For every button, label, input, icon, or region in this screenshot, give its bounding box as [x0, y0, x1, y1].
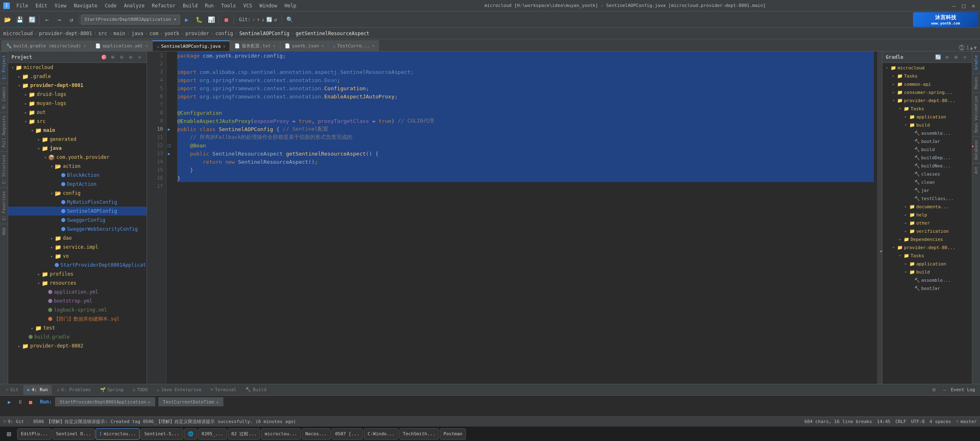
tree-provider-8002[interactable]: ▸ 📁 provider-dept-8002: [8, 341, 147, 350]
tree-logback-xml[interactable]: ▸ logback-spring.xml: [8, 305, 147, 314]
bottom-tab-problems[interactable]: ⚠ 6: Problems: [53, 385, 95, 395]
save-all-btn[interactable]: 💾: [14, 14, 25, 25]
bottom-tab-git[interactable]: ⑂ Git: [2, 385, 22, 395]
menu-tools[interactable]: Tools: [218, 2, 239, 9]
hide-panel-btn[interactable]: ✕: [136, 53, 143, 61]
gradle-build-task[interactable]: 🔨 build: [882, 145, 972, 154]
gradle-bootjar[interactable]: 🔨 bootJar: [882, 137, 972, 145]
gradle-consumer-spring[interactable]: ▸ 📁 consumer-spring...: [882, 88, 972, 96]
gradle-classes[interactable]: 🔨 classes: [882, 170, 972, 178]
menu-file[interactable]: File: [13, 2, 31, 9]
taskbar-app-02processes[interactable]: 02 过程...: [228, 428, 261, 440]
taskbar-app-microcloud[interactable]: microclou...: [261, 428, 301, 440]
branch-indicator[interactable]: ⑂ master: [956, 419, 977, 424]
breadcrumb-module[interactable]: provider-dept-8001: [39, 31, 92, 36]
gutter-10[interactable]: ▶: [167, 125, 172, 133]
menu-analyze[interactable]: Analyze: [120, 2, 148, 9]
bottom-hide-btn[interactable]: —: [940, 385, 949, 394]
tree-provider-8001[interactable]: ▾ 📁 provider-dept-8001: [8, 81, 147, 90]
run-btn[interactable]: ▶: [181, 14, 192, 25]
tree-swagger-config[interactable]: ▸ SwaggerConfig: [8, 216, 147, 225]
menu-help[interactable]: Help: [281, 2, 300, 9]
menu-view[interactable]: View: [51, 2, 70, 9]
project-tree[interactable]: ▾ 📁 microcloud ▸ 📁 .gradle ▾ 📁 provider-…: [8, 63, 147, 384]
taskbar-app-postman[interactable]: Postman: [440, 428, 466, 440]
stop-run-btn[interactable]: ■: [26, 397, 35, 406]
tab-test-curre[interactable]: ☕ TestCurre... ▾: [328, 40, 379, 51]
tree-dao[interactable]: ▸ 📁 dao: [8, 234, 147, 243]
stop-btn[interactable]: ■: [220, 14, 232, 25]
right-panel-ant[interactable]: Ant: [972, 163, 980, 177]
tab-dropdown-icon[interactable]: ▾: [372, 44, 374, 48]
run-tab-start[interactable]: StartProviderDept8001Application ✕: [55, 397, 155, 406]
gradle-dependencies[interactable]: ▸ 📁 Dependencies: [882, 235, 972, 243]
tree-sql-file[interactable]: ▸ 【部门】数据库创建脚本.sql: [8, 314, 147, 323]
bottom-tab-todo[interactable]: ☑ TODO: [128, 385, 151, 395]
tree-druid-logs[interactable]: ▸ 📁 druid-logs: [8, 90, 147, 99]
tree-build-gradle[interactable]: ▸ build.gradle: [8, 332, 147, 341]
breadcrumb-method[interactable]: getSentinelResourceAspect: [296, 31, 370, 36]
run-tab-test-close[interactable]: ✕: [216, 399, 219, 405]
taskbar-app-browser[interactable]: 🌐: [184, 428, 197, 440]
tree-dept-action[interactable]: ▸ DeptAction: [8, 180, 147, 189]
tree-service-impl[interactable]: ▸ 📁 service.impl: [8, 243, 147, 252]
gradle-common-api[interactable]: ▸ 📁 common-api: [882, 80, 972, 88]
gradle-buildnee[interactable]: 🔨 buildNee...: [882, 162, 972, 170]
bottom-expand-btn[interactable]: ⊞: [929, 385, 938, 394]
tab-build-gradle[interactable]: 🔧 build.gradle (microcloud) ✕: [2, 40, 91, 51]
taskbar-app-techsmith[interactable]: TechSmith...: [399, 428, 439, 440]
run-tab-test[interactable]: TestCurrentDateTime ✕: [158, 397, 223, 406]
breadcrumb-src[interactable]: src: [98, 31, 107, 36]
breadcrumb-class[interactable]: SentinelAOPConfig: [239, 31, 290, 36]
side-panel-favorites[interactable]: 2: Favorites: [0, 187, 8, 224]
gradle-tasks-8001[interactable]: ▾ 📁 Tasks: [882, 105, 972, 113]
right-panel-gradle[interactable]: Gradle: [972, 51, 980, 73]
bottom-tab-java-ent[interactable]: ☕ Java Enterprise: [153, 385, 206, 395]
gradle-microcloud[interactable]: ▾ 📁 microcloud: [882, 64, 972, 72]
gradle-tasks-root[interactable]: ▸ 📁 Tasks: [882, 72, 972, 80]
back-btn[interactable]: ←: [41, 14, 53, 25]
expand-all-btn[interactable]: ⊞: [109, 53, 116, 61]
tree-muyan-logs[interactable]: ▸ 📁 muyan-logs: [8, 99, 147, 108]
tree-sentinel-config[interactable]: ▸ SentinelAOPConfig: [8, 207, 147, 216]
gradle-tasks-8001-2[interactable]: ▾ 📁 Tasks: [882, 252, 972, 260]
taskbar-app-cwindows[interactable]: C:Windo...: [364, 428, 398, 440]
taskbar-app-sentinel-s[interactable]: Sentinel-S...: [140, 428, 183, 440]
menu-navigate[interactable]: Navigate: [71, 2, 101, 9]
tab-close-gradle[interactable]: ✕: [84, 44, 86, 48]
breadcrumb-microcloud[interactable]: microcloud: [3, 31, 33, 36]
side-panel-commit[interactable]: 0: Commit: [0, 83, 8, 112]
minimize-button[interactable]: —: [951, 2, 957, 9]
resume-btn[interactable]: ⏸: [16, 397, 24, 406]
tab-close-service[interactable]: ✕: [273, 44, 276, 48]
event-log-btn[interactable]: Event Log: [951, 387, 975, 392]
gradle-assemble-2[interactable]: 🔨 assemble...: [882, 276, 972, 284]
gradle-provider-8001[interactable]: ▾ 📁 provider-dept-80...: [882, 96, 972, 105]
gutter-13[interactable]: ▶: [167, 149, 172, 158]
gutter-12[interactable]: ⬡: [167, 141, 172, 149]
tab-sentinel-config[interactable]: ☕ SentinelAOPConfig.java ✕: [152, 40, 230, 51]
side-panel-structure[interactable]: Z: Structure: [0, 151, 8, 187]
gradle-build-folder[interactable]: ▾ 📁 build: [882, 121, 972, 129]
tree-app-yml[interactable]: ▸ application.yml: [8, 287, 147, 296]
taskbar-app-sentinel-d[interactable]: Sentinel D...: [52, 428, 95, 440]
taskbar-app-idea[interactable]: I microclou...: [96, 428, 140, 440]
tree-vo[interactable]: ▸ 📁 vo: [8, 252, 147, 261]
tree-block-action[interactable]: ▸ BlockAction: [8, 171, 147, 180]
breadcrumb-java[interactable]: java: [131, 31, 143, 36]
run-config-selector[interactable]: StartProviderDept8001Application ▾: [81, 15, 180, 24]
error-indicator[interactable]: ⓵: [959, 45, 964, 51]
bottom-tab-build[interactable]: 🔨 Build: [241, 385, 270, 395]
git-check-icon[interactable]: ✓: [252, 17, 255, 22]
collapse-all-btn[interactable]: ⊟: [118, 53, 125, 61]
side-panel-web[interactable]: Web: [0, 224, 8, 238]
right-panel-database[interactable]: Database: [972, 136, 980, 163]
tree-microcloud[interactable]: ▾ 📁 microcloud: [8, 63, 147, 72]
gradle-hide-btn[interactable]: ✕: [961, 53, 969, 61]
maximize-button[interactable]: □: [960, 2, 967, 9]
bottom-tab-run[interactable]: ▶ 4: Run: [23, 385, 52, 395]
tree-resources[interactable]: ▾ 📁 resources: [8, 278, 147, 287]
git-revert-icon[interactable]: ↺: [274, 17, 277, 22]
menu-refactor[interactable]: Refactor: [149, 2, 179, 9]
breadcrumb-provider[interactable]: provider: [185, 31, 209, 36]
